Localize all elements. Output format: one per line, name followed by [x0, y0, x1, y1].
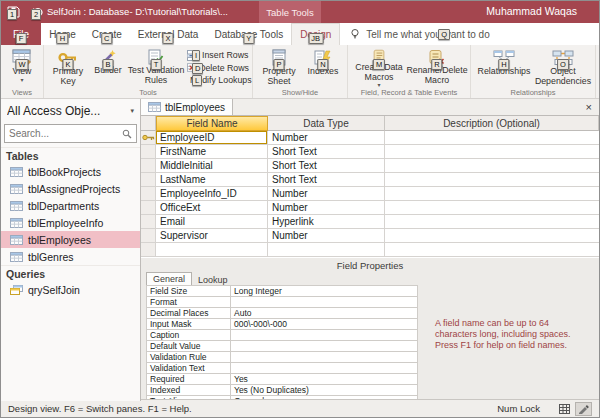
indexes-button[interactable]: Indexes N	[302, 47, 344, 88]
field-name-cell[interactable]: EmployeeInfo_ID	[156, 187, 268, 201]
nav-item-qryselfjoin[interactable]: qrySelfJoin	[1, 281, 140, 298]
table-icon	[10, 218, 23, 228]
description-cell[interactable]	[385, 145, 599, 159]
field-name-cell[interactable]	[156, 243, 268, 257]
save-button[interactable]: 1	[7, 4, 22, 19]
field-name-cell[interactable]: OfficeExt	[156, 201, 268, 215]
property-sheet-button[interactable]: Property Sheet P	[256, 47, 302, 88]
create-data-macros-button[interactable]: Create Data Macros ▾ M	[351, 47, 407, 88]
description-cell[interactable]	[385, 159, 599, 173]
modify-lookups-button[interactable]: Modify Lookups L	[187, 74, 249, 86]
nav-item-tblgenres[interactable]: tblGenres	[1, 248, 140, 265]
property-row: Format	[147, 297, 418, 308]
tab-create[interactable]: Create C	[84, 23, 130, 45]
tab-external-data[interactable]: External Data X	[130, 23, 207, 45]
builder-button[interactable]: Builder B	[89, 47, 127, 88]
field-name-cell[interactable]: Email	[156, 215, 268, 229]
keytip: P	[273, 59, 284, 70]
test-validation-rules-button[interactable]: Test Validation Rules T	[127, 47, 185, 88]
property-value[interactable]	[231, 363, 418, 374]
description-cell[interactable]	[385, 173, 599, 187]
tab-database-tools[interactable]: Database Tools Y	[206, 23, 291, 45]
property-value[interactable]	[231, 352, 418, 363]
nav-item-tblbookprojects[interactable]: tblBookProjects	[1, 163, 140, 180]
row-selector[interactable]	[141, 229, 156, 243]
description-cell[interactable]	[385, 187, 599, 201]
property-value[interactable]	[231, 297, 418, 308]
tab-design[interactable]: Design JB	[291, 23, 340, 45]
property-value[interactable]: Yes (No Duplicates)	[231, 385, 418, 396]
data-type-cell[interactable]: Hyperlink	[268, 215, 385, 229]
row-selector[interactable]	[141, 187, 156, 201]
field-name-cell[interactable]: MiddleInitial	[156, 159, 268, 173]
field-name-cell[interactable]: EmployeeID	[156, 131, 268, 145]
window-title: SelfJoin : Database- D:\Tutorial\Tutoria…	[47, 6, 228, 17]
data-type-cell[interactable]: Number	[268, 201, 385, 215]
nav-item-tblemployees[interactable]: tblEmployees	[1, 231, 140, 248]
data-type-cell[interactable]: Short Text	[268, 173, 385, 187]
row-selector[interactable]	[141, 173, 156, 187]
rename-delete-macro-button[interactable]: Rename/Delete Macro R	[407, 47, 467, 88]
description-cell[interactable]	[385, 229, 599, 243]
property-value[interactable]	[231, 341, 418, 352]
data-type-cell[interactable]: Short Text	[268, 145, 385, 159]
ribbon-group-label: Show/Hide	[253, 88, 347, 97]
keytip: N	[317, 59, 328, 70]
nav-item-tbldepartments[interactable]: tblDepartments	[1, 197, 140, 214]
close-document-button[interactable]: ×	[579, 101, 599, 113]
description-cell[interactable]	[385, 243, 599, 257]
primary-key-button[interactable]: Primary Key K	[47, 47, 89, 88]
field-name-cell[interactable]: FirstName	[156, 145, 268, 159]
nav-group-queries[interactable]: Queries	[1, 265, 140, 281]
nav-item-tblemployeeinfo[interactable]: tblEmployeeInfo	[1, 214, 140, 231]
data-type-cell[interactable]: Number	[268, 131, 385, 145]
delete-rows-button[interactable]: Delete Rows D	[187, 62, 249, 74]
property-row: Caption	[147, 330, 418, 341]
row-selector[interactable]	[141, 159, 156, 173]
property-value[interactable]: Long Integer	[231, 286, 418, 297]
row-selector[interactable]	[141, 145, 156, 159]
field-name-cell[interactable]: LastName	[156, 173, 268, 187]
description-cell[interactable]	[385, 215, 599, 229]
tab-file[interactable]: File F	[1, 23, 41, 45]
row-selector[interactable]	[141, 215, 156, 229]
property-value[interactable]: Yes	[231, 374, 418, 385]
nav-search-box[interactable]	[4, 124, 137, 143]
field-name-cell[interactable]: Supervisor	[156, 229, 268, 243]
data-type-cell[interactable]: Short Text	[268, 159, 385, 173]
undo-button[interactable]: 2	[31, 4, 46, 19]
datasheet-view-button[interactable]	[556, 402, 573, 416]
data-type-cell[interactable]: Number	[268, 229, 385, 243]
row-selector[interactable]	[141, 201, 156, 215]
keytip: T	[151, 59, 162, 70]
search-input[interactable]	[9, 128, 122, 139]
data-type-cell[interactable]	[268, 243, 385, 257]
column-header-description: Description (Optional)	[385, 116, 599, 131]
property-value[interactable]	[231, 330, 418, 341]
tab-lookup[interactable]: Lookup	[192, 275, 234, 285]
description-cell[interactable]	[385, 201, 599, 215]
insert-rows-button[interactable]: Insert Rows I	[187, 49, 249, 61]
status-bar: Design view. F6 = Switch panes. F1 = Hel…	[1, 399, 599, 417]
keytip: 1	[7, 9, 17, 20]
data-type-cell[interactable]: Number	[268, 187, 385, 201]
relationships-button[interactable]: Relationships H	[474, 47, 534, 88]
ribbon-group-label: Field, Record & Table Events	[348, 88, 470, 97]
design-view-button[interactable]	[575, 402, 592, 416]
nav-group-tables[interactable]: Tables	[1, 147, 140, 163]
row-selector-primary-key[interactable]	[141, 131, 156, 145]
document-tab-tblemployees[interactable]: tblEmployees	[141, 99, 233, 115]
nav-item-tblassignedprojects[interactable]: tblAssignedProjects	[1, 180, 140, 197]
object-dependencies-button[interactable]: Object Dependencies O	[534, 47, 592, 88]
ribbon-group-tools: Primary Key K Builder B	[44, 45, 253, 98]
field-properties-caption: Field Properties	[141, 258, 599, 272]
tab-general[interactable]: General	[146, 272, 192, 285]
nav-pane-header[interactable]: All Access Obje... ▾	[1, 99, 140, 123]
tell-me-box[interactable]: Tell me what you want to do Q	[340, 23, 498, 45]
view-button[interactable]: View ▾ W	[4, 47, 40, 88]
description-cell[interactable]	[385, 131, 599, 145]
tab-home[interactable]: Home H	[41, 23, 84, 45]
row-selector[interactable]	[141, 243, 156, 257]
property-value[interactable]: Auto	[231, 308, 418, 319]
property-value[interactable]: 000\-000\-000	[231, 319, 418, 330]
